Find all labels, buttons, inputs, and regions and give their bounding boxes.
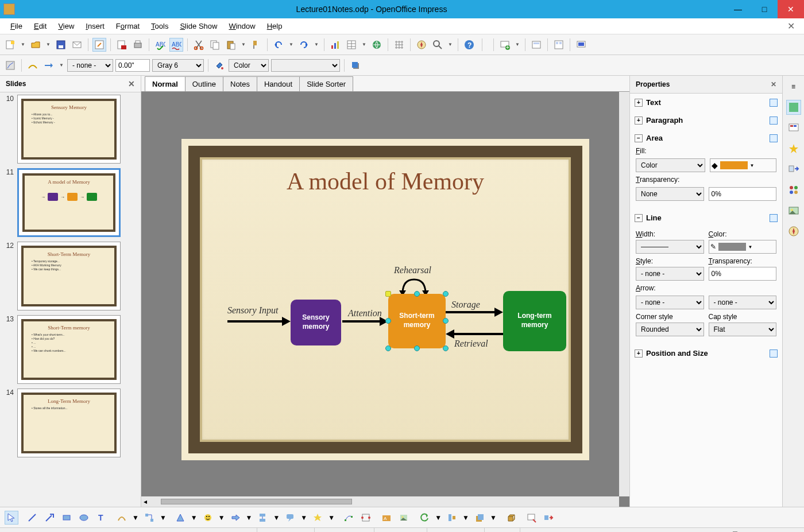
selection-handle[interactable] <box>414 291 420 297</box>
menu-slideshow[interactable]: Slide Show <box>174 20 223 33</box>
flowchart-dropdown[interactable]: ▼ <box>273 514 280 522</box>
slide-canvas-area[interactable]: A model of Memory Sensory Input Attentio… <box>141 92 629 507</box>
section-line[interactable]: −Line <box>632 211 780 224</box>
save-icon[interactable] <box>54 38 68 52</box>
menu-edit[interactable]: Edit <box>28 20 52 33</box>
insert-slide-dropdown[interactable]: ▼ <box>514 42 521 47</box>
points-edit-icon[interactable] <box>342 511 355 525</box>
arrange-icon[interactable] <box>473 511 486 525</box>
select-tool-icon[interactable] <box>5 511 18 525</box>
from-file-icon[interactable] <box>397 511 411 525</box>
email-icon[interactable] <box>70 38 84 52</box>
arrange-dropdown[interactable]: ▼ <box>490 514 497 522</box>
section-position-size[interactable]: +Position and Size <box>632 347 780 360</box>
fill-color-button[interactable]: ◆▼ <box>710 158 777 172</box>
menu-format[interactable]: Format <box>110 20 145 33</box>
selection-handle[interactable] <box>443 291 449 297</box>
transparency-value-input[interactable] <box>709 187 777 201</box>
help-icon[interactable]: ? <box>462 38 476 52</box>
animation-icon[interactable] <box>542 511 555 525</box>
glue-points-icon[interactable] <box>359 511 373 525</box>
fill-color-select[interactable] <box>271 59 340 72</box>
paste-dropdown[interactable]: ▼ <box>240 42 247 47</box>
line-endings-dropdown[interactable]: ▼ <box>58 63 65 68</box>
menu-tools[interactable]: Tools <box>145 20 174 33</box>
flowchart-icon[interactable] <box>256 511 269 525</box>
slides-panel-close-icon[interactable]: ✕ <box>128 79 135 88</box>
fill-type-select[interactable]: Color <box>229 59 269 72</box>
sidebar-navigator-icon[interactable] <box>786 224 801 239</box>
sidebar-styles-icon[interactable] <box>786 182 801 197</box>
line-style-select[interactable]: - none - <box>636 267 704 281</box>
block-arrows-icon[interactable] <box>229 511 242 525</box>
slide-thumb[interactable]: 14Long-Term Memory• Stores all the infor… <box>2 389 138 457</box>
basic-shapes-dropdown[interactable]: ▼ <box>191 514 198 522</box>
selection-handle[interactable] <box>385 291 391 297</box>
rotate-dropdown[interactable]: ▼ <box>435 514 442 522</box>
zoom-icon[interactable] <box>431 38 444 52</box>
section-text[interactable]: +Text <box>632 96 780 109</box>
arrow-end-select[interactable]: - none - <box>709 296 777 309</box>
redo-dropdown[interactable]: ▼ <box>313 42 320 47</box>
new-doc-dropdown[interactable]: ▼ <box>20 42 26 47</box>
align-icon[interactable] <box>445 511 459 525</box>
box-sensory-memory[interactable]: Sensory memory <box>291 300 341 345</box>
area-fill-icon[interactable] <box>212 59 226 72</box>
show-draw-functions-icon[interactable] <box>3 59 17 72</box>
view-tab-outline[interactable]: Outline <box>185 76 223 91</box>
fontwork-icon[interactable]: A <box>380 511 393 525</box>
stars-icon[interactable] <box>311 511 324 525</box>
menu-window[interactable]: Window <box>223 20 261 33</box>
line-style-select[interactable]: - none - <box>67 59 113 72</box>
slide-canvas[interactable]: A model of Memory Sensory Input Attentio… <box>181 139 589 460</box>
maximize-button[interactable]: □ <box>751 0 778 18</box>
text-tool-icon[interactable]: T <box>94 511 108 525</box>
view-tab-normal[interactable]: Normal <box>145 76 185 91</box>
zoom-dropdown[interactable]: ▼ <box>447 42 454 47</box>
slide-thumb[interactable]: 13Short-Term memory• What's your short-t… <box>2 315 138 384</box>
menu-file[interactable]: File <box>5 20 28 33</box>
horizontal-scrollbar[interactable]: ◂ <box>141 496 619 507</box>
box-short-term-memory[interactable]: Short-term memory <box>388 294 446 348</box>
connector-tool-icon[interactable] <box>142 511 156 525</box>
close-button[interactable]: ✕ <box>778 0 804 18</box>
hyperlink-icon[interactable] <box>370 38 384 52</box>
grid-icon[interactable] <box>392 38 406 52</box>
undo-dropdown[interactable]: ▼ <box>288 42 295 47</box>
sidebar-master-pages-icon[interactable] <box>786 121 801 135</box>
minimize-button[interactable]: — <box>725 0 751 18</box>
selection-handle[interactable] <box>443 318 449 324</box>
curve-tool-icon[interactable] <box>115 511 129 525</box>
table-dropdown[interactable]: ▼ <box>361 42 368 47</box>
format-paintbrush-icon[interactable] <box>249 38 263 52</box>
paste-icon[interactable] <box>224 38 238 52</box>
line-width-input[interactable] <box>115 59 150 72</box>
chart-icon[interactable] <box>328 38 342 52</box>
line-endings-icon[interactable] <box>42 59 56 72</box>
extrusion-icon[interactable] <box>504 511 517 525</box>
autospell-icon[interactable]: ABC <box>169 38 183 52</box>
cut-icon[interactable] <box>192 38 206 52</box>
slide-design-icon[interactable] <box>529 38 543 52</box>
properties-close-icon[interactable]: ✕ <box>771 80 776 88</box>
open-dropdown[interactable]: ▼ <box>45 42 52 47</box>
section-area[interactable]: −Area <box>632 131 780 145</box>
arrow-style-icon[interactable] <box>26 59 40 72</box>
navigator-icon[interactable] <box>415 38 428 52</box>
vertical-scrollbar[interactable] <box>619 92 629 496</box>
sidebar-properties-icon[interactable] <box>786 100 801 115</box>
undo-icon[interactable] <box>272 38 285 52</box>
selection-handle[interactable] <box>443 345 449 351</box>
selection-handle[interactable] <box>385 318 391 324</box>
arrow-tool-icon[interactable] <box>42 511 56 525</box>
line-color-select[interactable]: Gray 6 <box>152 59 204 72</box>
callouts-dropdown[interactable]: ▼ <box>300 514 307 522</box>
line-width-select[interactable]: ———— <box>636 240 704 254</box>
new-doc-icon[interactable] <box>3 38 17 52</box>
slide-layout-icon[interactable] <box>552 38 566 52</box>
basic-shapes-icon[interactable] <box>173 511 187 525</box>
line-tool-icon[interactable] <box>25 511 39 525</box>
view-tab-slide-sorter[interactable]: Slide Sorter <box>299 76 353 91</box>
copy-icon[interactable] <box>208 38 222 52</box>
selection-handle[interactable] <box>385 345 391 351</box>
